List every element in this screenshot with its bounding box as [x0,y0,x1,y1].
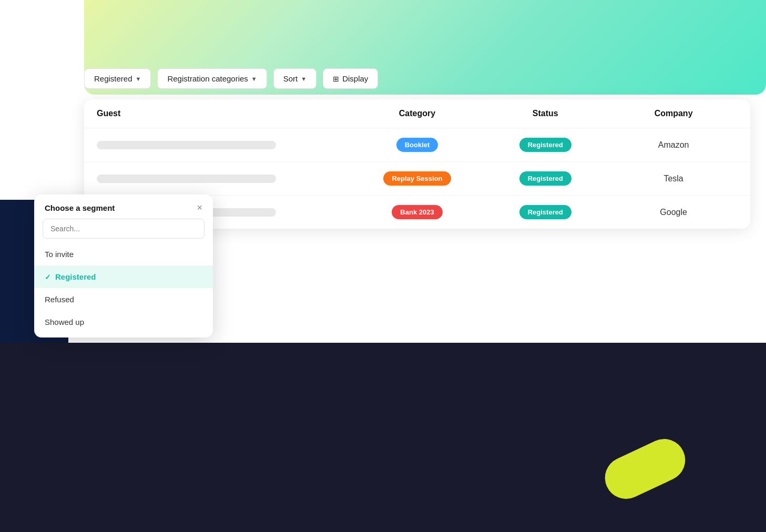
sort-button[interactable]: Sort ▼ [273,68,316,89]
category-badge-booklet: Booklet [396,138,438,152]
status-badge-registered-1: Registered [519,138,571,152]
toolbar: Registered ▼ Registration categories ▼ S… [84,68,750,89]
categories-chevron-icon: ▼ [251,76,257,82]
display-button[interactable]: ⊞ Display [323,68,378,89]
status-cell-2: Registered [481,171,609,186]
segment-item-refused-label: Refused [45,295,74,304]
company-cell-1: Amazon [609,140,738,150]
registration-categories-button[interactable]: Registration categories ▼ [157,68,267,89]
status-badge-registered-2: Registered [519,171,571,186]
segment-search-input[interactable] [43,219,205,239]
segment-item-showed-up[interactable]: Showed up [34,311,213,333]
registered-filter-button[interactable]: Registered ▼ [84,68,151,89]
category-badge-replay: Replay Session [383,171,451,186]
check-icon: ✓ [45,273,51,281]
category-badge-bank: Bank 2023 [392,205,442,219]
table-row: Booklet Registered Amazon [84,128,750,162]
segment-item-refused[interactable]: Refused [34,288,213,311]
guest-cell-1 [97,141,353,149]
registered-chevron-icon: ▼ [136,76,141,82]
segment-dropdown-header: Choose a segment × [34,195,213,219]
guest-placeholder-2 [97,175,276,183]
grid-icon: ⊞ [333,75,339,83]
guest-placeholder-1 [97,141,276,149]
category-column-header: Category [353,109,482,118]
company-column-header: Company [609,109,738,118]
segment-item-to-invite[interactable]: To invite [34,243,213,265]
segment-dropdown: Choose a segment × To invite ✓ Registere… [34,195,213,337]
status-badge-registered-3: Registered [519,205,571,219]
table-row: Replay Session Registered Tesla [84,162,750,196]
segment-close-button[interactable]: × [197,203,202,212]
segment-item-registered-label: Registered [55,272,96,281]
display-label: Display [342,74,368,83]
company-cell-3: Google [609,208,738,217]
guest-column-header: Guest [97,109,353,118]
registered-filter-label: Registered [94,74,132,83]
segment-dropdown-title: Choose a segment [45,203,115,212]
sort-label: Sort [283,74,298,83]
table-header: Guest Category Status Company [84,99,750,128]
segment-item-to-invite-label: To invite [45,250,74,259]
status-column-header: Status [481,109,609,118]
category-cell-1: Booklet [353,138,482,152]
segment-item-registered[interactable]: ✓ Registered [34,265,213,288]
status-cell-1: Registered [481,138,609,152]
company-cell-2: Tesla [609,174,738,183]
guest-cell-2 [97,175,353,183]
sort-chevron-icon: ▼ [301,76,307,82]
status-cell-3: Registered [481,205,609,219]
category-cell-2: Replay Session [353,171,482,186]
registration-categories-label: Registration categories [167,74,248,83]
category-cell-3: Bank 2023 [353,205,482,219]
segment-item-showed-up-label: Showed up [45,318,84,326]
